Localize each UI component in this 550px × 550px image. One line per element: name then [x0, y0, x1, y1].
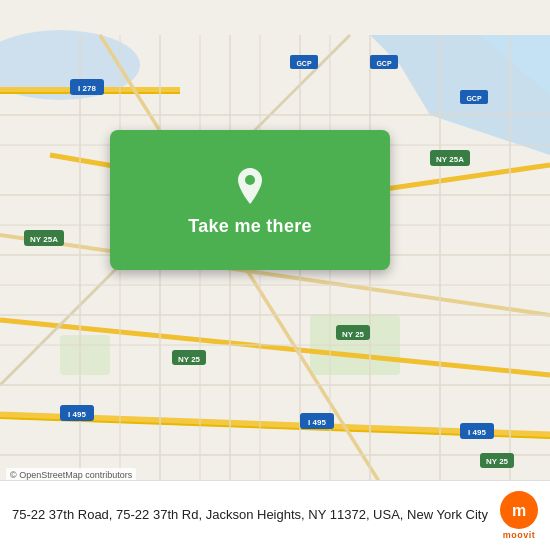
svg-text:I 495: I 495	[308, 418, 326, 427]
bottom-bar: 75-22 37th Road, 75-22 37th Rd, Jackson …	[0, 480, 550, 550]
svg-point-65	[245, 175, 255, 185]
svg-text:GCP: GCP	[296, 60, 312, 67]
svg-text:m: m	[512, 502, 526, 519]
moovit-logo[interactable]: m moovit	[500, 491, 538, 540]
svg-text:NY 25A: NY 25A	[436, 155, 464, 164]
svg-rect-5	[60, 335, 110, 375]
svg-text:NY 25: NY 25	[486, 457, 509, 466]
svg-text:NY 25: NY 25	[342, 330, 365, 339]
svg-text:I 495: I 495	[468, 428, 486, 437]
svg-text:NY 25: NY 25	[178, 355, 201, 364]
moovit-icon: m	[500, 491, 538, 529]
svg-text:GCP: GCP	[466, 95, 482, 102]
svg-text:GCP: GCP	[376, 60, 392, 67]
location-card: Take me there	[110, 130, 390, 270]
svg-text:I 278: I 278	[78, 84, 96, 93]
svg-text:NY 25A: NY 25A	[30, 235, 58, 244]
take-me-there-button[interactable]: Take me there	[188, 216, 312, 237]
svg-text:I 495: I 495	[68, 410, 86, 419]
map-container: I 278 GCP GCP GCP NY 25A NY 25A NY 25A 2…	[0, 0, 550, 550]
moovit-brand-text: moovit	[503, 530, 536, 540]
location-pin-icon	[228, 164, 272, 208]
address-text: 75-22 37th Road, 75-22 37th Rd, Jackson …	[12, 506, 500, 524]
